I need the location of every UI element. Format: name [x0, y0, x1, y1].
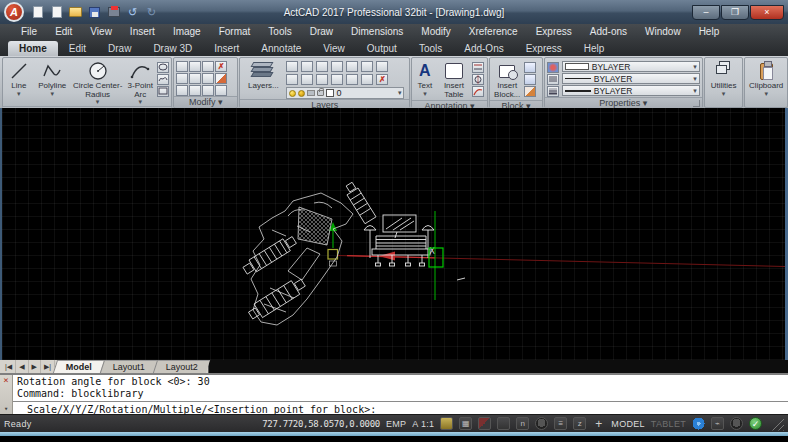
layer-merge-icon[interactable] [346, 74, 358, 85]
offset-icon[interactable] [189, 85, 201, 96]
layer-match-icon[interactable] [286, 74, 298, 85]
three-point-arc-button[interactable]: 3-Point Arc▾ [125, 60, 155, 106]
text-button[interactable]: A Text▾ [414, 60, 436, 98]
color-wheel-icon[interactable] [547, 62, 559, 73]
copy-icon[interactable] [189, 61, 201, 72]
center-mark-icon[interactable] [472, 74, 484, 85]
expand-command-history-icon[interactable]: ▾ [4, 406, 8, 413]
tab-insert[interactable]: Insert [203, 41, 250, 56]
tablet-toggle[interactable]: TABLET [651, 419, 686, 429]
menu-modify[interactable]: Modify [412, 24, 459, 40]
panel-label-modify[interactable]: Modify ▾ [174, 96, 237, 108]
tab-layout1[interactable]: Layout1 [100, 360, 157, 373]
open-folder-icon[interactable] [68, 6, 83, 19]
network-icon[interactable]: ⌁ [711, 417, 724, 430]
stretch-icon[interactable] [202, 61, 214, 72]
tab-tools[interactable]: Tools [408, 41, 453, 56]
block-editor-icon[interactable] [524, 74, 536, 85]
mirror-icon[interactable] [189, 73, 201, 84]
layer-select-dropdown[interactable]: 0 ▾ [286, 87, 404, 99]
layers-manager-button[interactable]: Layers... [242, 60, 284, 92]
new-from-template-icon[interactable] [49, 6, 64, 19]
crosshair-toggle-icon[interactable]: + [592, 417, 605, 430]
layer-unlock-icon[interactable] [361, 61, 373, 72]
rectangle-icon[interactable] [157, 86, 169, 97]
menu-insert[interactable]: Insert [121, 24, 164, 40]
layer-delete-icon[interactable]: ✗ [376, 74, 388, 85]
layer-thaw-icon[interactable] [331, 61, 343, 72]
tab-draw3d[interactable]: Draw 3D [142, 41, 203, 56]
layer-walk-icon[interactable] [331, 74, 343, 85]
layer-isolate-icon[interactable] [376, 61, 388, 72]
tab-home[interactable]: Home [8, 41, 58, 56]
layer-on-icon[interactable] [286, 61, 298, 72]
undo-icon[interactable]: ↺ [125, 6, 140, 19]
tab-edit[interactable]: Edit [58, 41, 97, 56]
dialog-launcher-icon[interactable] [693, 100, 700, 107]
tab-model[interactable]: Model [53, 360, 104, 373]
scale-icon[interactable] [176, 85, 188, 96]
prev-layout-icon[interactable]: ◀ [16, 360, 28, 373]
coordinate-display[interactable]: 727.7720,58.0570,0.0000 [262, 419, 380, 429]
etrack-toggle-icon[interactable] [535, 417, 548, 430]
erase-icon[interactable]: ✗ [215, 61, 227, 72]
esnap-toggle-icon[interactable]: n [516, 417, 529, 430]
tab-view[interactable]: View [312, 41, 356, 56]
trim-icon[interactable] [215, 73, 227, 84]
time-icon[interactable] [730, 417, 743, 430]
drawing-canvas[interactable]: X [0, 108, 788, 360]
create-block-icon[interactable] [524, 62, 536, 73]
tab-addons[interactable]: Add-Ons [453, 41, 514, 56]
ellipse-icon[interactable] [157, 62, 169, 73]
rotate-icon[interactable] [176, 73, 188, 84]
save-icon[interactable] [87, 6, 102, 19]
utilities-button[interactable]: Utilities ▾ [710, 60, 738, 98]
dimension-icon[interactable] [472, 62, 484, 73]
menu-tools[interactable]: Tools [259, 24, 300, 40]
menu-xreference[interactable]: Xreference [460, 24, 527, 40]
menu-express[interactable]: Express [527, 24, 581, 40]
new-drawing-icon[interactable] [30, 6, 45, 19]
array-icon[interactable] [202, 85, 214, 96]
next-layout-icon[interactable]: ▶ [29, 360, 41, 373]
lineweight-dropdown[interactable]: BYLAYER ▾ [562, 85, 700, 96]
explode-icon[interactable] [215, 85, 227, 96]
ucs-toggle-icon[interactable]: z [573, 417, 586, 430]
polyline-button[interactable]: Polyline▾ [35, 60, 70, 98]
leader-icon[interactable] [472, 86, 484, 97]
linetype-dropdown[interactable]: BYLAYER ▾ [562, 73, 700, 84]
menu-file[interactable]: File [12, 24, 46, 40]
ortho-toggle-icon[interactable] [478, 417, 491, 430]
tab-help[interactable]: Help [573, 41, 616, 56]
close-button[interactable]: × [750, 5, 784, 20]
color-dropdown[interactable]: BYLAYER ▾ [562, 61, 700, 72]
menu-image[interactable]: Image [164, 24, 210, 40]
settings-gear-icon[interactable] [692, 417, 705, 430]
wipeout-icon[interactable] [524, 86, 536, 97]
model-space-toggle[interactable]: MODEL [611, 419, 645, 429]
fillet-icon[interactable] [202, 73, 214, 84]
revision-cloud-icon[interactable] [157, 74, 169, 85]
status-ok-icon[interactable]: ✓ [749, 417, 762, 430]
clipboard-button[interactable]: Clipboard ▾ [748, 60, 784, 98]
layer-freeze-icon[interactable] [316, 61, 328, 72]
tab-layout2[interactable]: Layout2 [153, 360, 210, 373]
menu-addons[interactable]: Add-ons [581, 24, 636, 40]
lwt-toggle-icon[interactable]: ≡ [554, 417, 567, 430]
first-layout-icon[interactable]: |◀ [2, 360, 16, 373]
command-input[interactable]: Scale/X/Y/Z/Rotation/Multiple/<Insertion… [13, 402, 788, 416]
lineweight-list-icon[interactable] [547, 86, 559, 97]
tab-draw[interactable]: Draw [97, 41, 142, 56]
close-command-window-icon[interactable]: × [3, 376, 8, 384]
polar-toggle-icon[interactable] [497, 417, 510, 430]
grid-toggle-icon[interactable]: ▦ [459, 417, 472, 430]
insert-block-button[interactable]: Insert Block... [492, 60, 522, 100]
actcad-logo-icon[interactable]: A [4, 2, 24, 22]
menu-window[interactable]: Window [636, 24, 690, 40]
linetype-list-icon[interactable] [547, 74, 559, 85]
menu-help[interactable]: Help [690, 24, 729, 40]
menu-edit[interactable]: Edit [46, 24, 81, 40]
minimize-button[interactable]: – [692, 5, 720, 20]
plot-icon[interactable] [106, 6, 121, 19]
layer-off-icon[interactable] [301, 61, 313, 72]
